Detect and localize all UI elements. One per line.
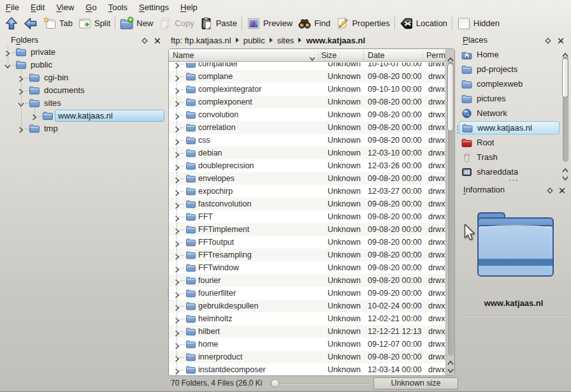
place-item-complexweb[interactable]: complexweb bbox=[459, 76, 560, 91]
dock-splitter-handle[interactable] bbox=[167, 288, 170, 298]
chevron-right-icon[interactable] bbox=[174, 303, 180, 310]
chevron-right-icon[interactable] bbox=[174, 214, 180, 221]
menu-view[interactable]: View bbox=[50, 1, 80, 13]
chevron-right-icon[interactable] bbox=[174, 240, 180, 246]
menu-go[interactable]: Go bbox=[80, 1, 102, 13]
preview-button[interactable]: Preview bbox=[244, 15, 295, 32]
tree-item-label[interactable]: cgi-bin bbox=[41, 72, 71, 83]
scroll-down-icon[interactable] bbox=[447, 366, 454, 371]
chevron-right-icon[interactable] bbox=[174, 342, 180, 348]
file-row-complane[interactable]: complaneUnknown09-08-20 00:00drwxr-xr-x bbox=[169, 70, 445, 83]
chevron-right-icon[interactable] bbox=[174, 189, 180, 195]
file-row-fastconvolution[interactable]: fastconvolutionUnknown09-08-20 00:00drwx… bbox=[169, 198, 445, 210]
file-row-doubleprecision[interactable]: doubleprecisionUnknown12-03-26 00:00drwx… bbox=[169, 159, 445, 172]
file-row-helmholtz[interactable]: helmholtzUnknown12-02-21 00:00drwxr-xr-x bbox=[169, 312, 445, 325]
menu-edit[interactable]: Edit bbox=[25, 1, 50, 13]
column-separator[interactable] bbox=[363, 51, 364, 60]
file-row-FFTimplement[interactable]: FFTimplementUnknown09-08-20 00:00drwxr-x… bbox=[169, 223, 445, 236]
places-scrollbar[interactable] bbox=[561, 48, 570, 181]
chevron-right-icon[interactable] bbox=[174, 265, 180, 272]
chevron-right-icon[interactable] bbox=[174, 150, 180, 157]
chevron-right-icon[interactable] bbox=[174, 138, 180, 144]
up-button[interactable] bbox=[2, 15, 21, 32]
column-separator[interactable] bbox=[423, 51, 423, 60]
scroll-up-icon[interactable] bbox=[447, 54, 454, 59]
chevron-right-icon[interactable] bbox=[174, 329, 180, 335]
folder-tree-item-tmp[interactable]: tmp bbox=[0, 122, 168, 135]
panel-close-icon[interactable] bbox=[558, 185, 566, 193]
scrollbar-thumb[interactable] bbox=[447, 63, 454, 131]
menu-tools[interactable]: Tools bbox=[103, 1, 133, 13]
chevron-right-icon[interactable] bbox=[174, 163, 180, 170]
find-button[interactable]: Find bbox=[295, 15, 333, 32]
panel-close-icon[interactable] bbox=[557, 36, 565, 43]
breadcrumb-segment[interactable]: sites bbox=[277, 36, 294, 45]
file-row-FFTresampling[interactable]: FFTresamplingUnknown09-08-20 00:00drwxr-… bbox=[169, 249, 445, 261]
scroll-down-icon[interactable] bbox=[562, 173, 568, 178]
place-item-home[interactable]: Home bbox=[459, 47, 560, 62]
column-header-name[interactable]: Name bbox=[173, 49, 309, 62]
file-row-gebruikdespullen[interactable]: gebruikdespullenUnknown10-02-24 00:00drw… bbox=[169, 300, 445, 312]
panel-splitter-handle[interactable] bbox=[509, 179, 519, 182]
chevron-right-icon[interactable] bbox=[174, 176, 180, 182]
file-row-fourierfilter[interactable]: fourierfilterUnknown09-09-20 00:00drwxr-… bbox=[169, 287, 445, 300]
panel-float-icon[interactable] bbox=[544, 36, 552, 43]
panel-close-icon[interactable] bbox=[154, 36, 161, 43]
chevron-right-icon[interactable] bbox=[174, 278, 180, 284]
zoom-slider[interactable] bbox=[271, 378, 370, 389]
folder-tree-item-private[interactable]: private bbox=[0, 46, 168, 59]
column-header-date[interactable]: Date bbox=[368, 49, 420, 62]
copy-button[interactable]: Copy bbox=[155, 15, 196, 32]
place-item-www.katjaas.nl[interactable]: www.katjaas.nl bbox=[459, 120, 560, 135]
new-button[interactable]: New bbox=[117, 15, 155, 32]
folder-tree-item-public[interactable]: public bbox=[0, 59, 168, 71]
file-row-home[interactable]: homeUnknown09-12-07 00:00drwxr-xr-x bbox=[169, 338, 445, 351]
chevron-right-icon[interactable] bbox=[174, 367, 180, 374]
zoom-slider-knob[interactable] bbox=[271, 379, 279, 388]
file-row-complexintegrator[interactable]: complexintegratorUnknown09-10-10 00:00dr… bbox=[169, 83, 445, 96]
tree-item-label[interactable]: documents bbox=[41, 85, 87, 96]
chevron-right-icon[interactable] bbox=[174, 201, 180, 208]
tree-item-label[interactable]: private bbox=[28, 47, 58, 58]
file-row-instantdecomposer[interactable]: instantdecomposerUnknown12-03-14 00:00dr… bbox=[169, 363, 445, 375]
location-button[interactable]: Location bbox=[397, 15, 450, 32]
chevron-right-icon[interactable] bbox=[174, 74, 180, 80]
file-row-compander[interactable]: companderUnknown10-10-07 00:00drwxr-xr-x bbox=[169, 62, 445, 70]
file-row-expochirp[interactable]: expochirpUnknown12-03-27 00:00drwxr-xr-x bbox=[169, 185, 445, 198]
file-row-fourier[interactable]: fourierUnknown09-08-20 00:00drwxr-xr-x bbox=[169, 274, 445, 287]
tree-item-label[interactable]: www.katjaas.nl bbox=[55, 110, 164, 122]
column-separator[interactable] bbox=[318, 51, 319, 60]
zoom-slider-track[interactable] bbox=[279, 383, 370, 384]
folder-tree-item-documents[interactable]: documents bbox=[0, 84, 168, 97]
folder-tree-item-cgi-bin[interactable]: cgi-bin bbox=[0, 71, 168, 84]
chevron-right-icon[interactable] bbox=[174, 87, 180, 93]
scroll-up-icon[interactable] bbox=[562, 165, 568, 170]
paste-button[interactable]: Paste bbox=[197, 15, 240, 32]
place-item-network[interactable]: Network bbox=[459, 106, 560, 120]
chevron-right-icon[interactable] bbox=[174, 227, 180, 233]
chevron-right-icon[interactable] bbox=[174, 99, 180, 106]
new-tab-button[interactable]: Tab bbox=[40, 15, 75, 32]
file-row-correlation[interactable]: correlationUnknown09-08-20 00:00drwxr-xr… bbox=[169, 121, 445, 134]
place-item-trash[interactable]: Trash bbox=[459, 150, 560, 164]
scroll-up-icon[interactable] bbox=[447, 358, 454, 363]
breadcrumb-segment[interactable]: ftp: ftp.katjaas.nl bbox=[171, 36, 231, 45]
chevron-right-icon[interactable] bbox=[174, 112, 180, 119]
chevron-right-icon[interactable] bbox=[174, 316, 180, 323]
breadcrumb-segment[interactable]: public bbox=[243, 36, 265, 45]
file-row-FFT[interactable]: FFTUnknown09-08-20 00:00drwxr-xr-x bbox=[169, 210, 445, 223]
menu-help[interactable]: Help bbox=[175, 1, 203, 13]
place-item-pictures[interactable]: pictures bbox=[459, 91, 560, 106]
place-item-root[interactable]: Root bbox=[459, 135, 560, 150]
breadcrumb-segment[interactable]: www.katjaas.nl bbox=[306, 36, 365, 45]
dock-splitter-handle[interactable] bbox=[456, 125, 459, 135]
file-row-FFToutput[interactable]: FFToutputUnknown09-08-20 00:00drwxr-xr-x bbox=[169, 236, 445, 249]
folder-tree-item-www.katjaas.nl[interactable]: www.katjaas.nl bbox=[0, 110, 168, 122]
file-row-css[interactable]: cssUnknown09-08-20 00:00drwxr-xr-x bbox=[169, 134, 445, 147]
split-button[interactable]: Split bbox=[75, 15, 113, 32]
chevron-right-icon[interactable] bbox=[174, 354, 180, 361]
tree-item-label[interactable]: sites bbox=[41, 98, 64, 109]
tree-item-label[interactable]: tmp bbox=[41, 123, 61, 134]
file-row-envelopes[interactable]: envelopesUnknown09-08-20 00:00drwxr-xr-x bbox=[169, 172, 445, 185]
panel-float-icon[interactable] bbox=[141, 36, 148, 43]
